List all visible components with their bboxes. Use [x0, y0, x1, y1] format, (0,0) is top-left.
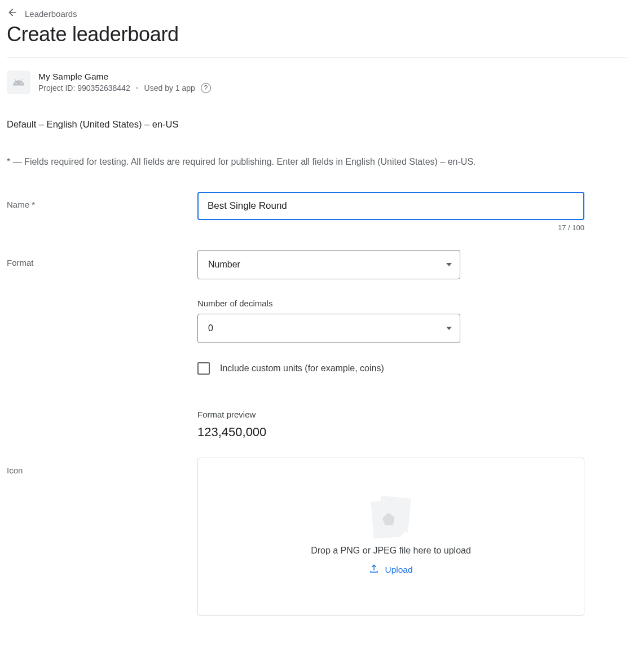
dropzone-text: Drop a PNG or JPEG file here to upload: [311, 546, 471, 556]
page-title: Create leaderboard: [7, 23, 627, 46]
custom-units-checkbox[interactable]: [197, 362, 210, 375]
name-char-counter: 17 / 100: [197, 223, 584, 232]
breadcrumb-label[interactable]: Leaderboards: [25, 9, 77, 19]
back-arrow-icon[interactable]: [7, 7, 18, 20]
custom-units-label: Include custom units (for example, coins…: [220, 363, 384, 374]
breadcrumb[interactable]: Leaderboards: [7, 7, 627, 20]
upload-icon: [369, 564, 379, 576]
locale-line: Default – English (United States) – en-U…: [7, 119, 627, 130]
icon-label: Icon: [7, 458, 197, 475]
project-header: My Sample Game Project ID: 990352638442 …: [7, 71, 627, 94]
divider: [7, 58, 627, 58]
decimals-select-value: 0: [208, 323, 213, 333]
separator-dot: •: [136, 84, 139, 93]
project-name: My Sample Game: [38, 72, 211, 82]
icon-dropzone[interactable]: Drop a PNG or JPEG file here to upload U…: [197, 458, 584, 616]
decimals-select[interactable]: 0: [197, 314, 460, 343]
format-preview-value: 123,450,000: [197, 425, 584, 440]
project-id: Project ID: 990352638442: [38, 84, 130, 93]
name-input[interactable]: [197, 192, 584, 220]
format-select-value: Number: [208, 260, 240, 270]
android-icon: [7, 71, 30, 94]
decimals-label: Number of decimals: [197, 298, 584, 308]
required-note: * — Fields required for testing. All fie…: [7, 157, 627, 167]
format-preview-label: Format preview: [197, 410, 584, 419]
chevron-down-icon: [446, 327, 452, 330]
image-placeholder-icon: [369, 497, 413, 538]
format-label: Format: [7, 250, 197, 267]
help-icon[interactable]: ?: [201, 83, 211, 93]
upload-button-label: Upload: [385, 565, 412, 575]
chevron-down-icon: [446, 263, 452, 266]
format-select[interactable]: Number: [197, 250, 460, 279]
project-used-by: Used by 1 app: [144, 84, 195, 93]
name-label: Name *: [7, 192, 197, 209]
upload-button[interactable]: Upload: [369, 564, 412, 576]
